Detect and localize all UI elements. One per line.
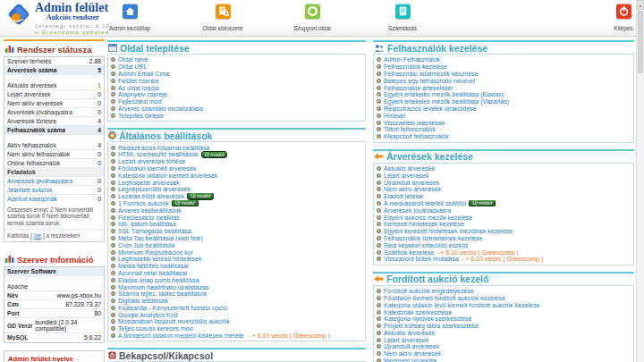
menu-item: Régi képeket eltávolító eszköz [377, 241, 631, 248]
menu-item-link[interactable]: Újraindult árverések [384, 180, 439, 186]
menu-item-link[interactable]: Tiltott felhasználók [384, 126, 436, 132]
nav-admin-home[interactable]: Admin kezdőlap [92, 4, 167, 31]
scrollbar[interactable]: ▲ [636, 0, 644, 362]
menu-item-link[interactable]: Eladott tételek [384, 193, 423, 199]
menu-item-link[interactable]: Megnyert projektek [384, 358, 437, 362]
menu-item-link[interactable]: Lezárás előtti árverések [118, 193, 184, 199]
menu-item-link[interactable]: Média feltöltés beállításai [118, 263, 189, 269]
menu-item-link[interactable]: Keresett hirdetések kezelése [384, 221, 464, 227]
menu-item-link[interactable]: A böngésző oldalon megjelő kisképek mére… [118, 333, 245, 339]
menu-item-link[interactable]: Kikapcsolt felhasználók [384, 133, 449, 139]
status-row[interactable]: Jelentett aukciók0 [4, 186, 104, 195]
menu-item-link[interactable]: Aktuális árverések [384, 330, 435, 336]
menu-item-link[interactable]: Nem aktív árverések [384, 186, 441, 192]
menu-item-link[interactable]: Az oldal logója [118, 85, 159, 91]
status-details-link[interactable]: ide [34, 232, 41, 239]
menu-item-link[interactable]: Árverések jóváhagyásra [384, 207, 451, 214]
version-suffix: - + 6.10 verzió ( Greencomp ) [436, 249, 519, 256]
menu-item-link[interactable]: Nem aktív árverések [384, 350, 441, 357]
menu-item-link[interactable]: Oldal neve [118, 56, 148, 63]
new-module-badge: Új modul [201, 151, 228, 158]
menu-item-link[interactable]: Projekt költség tábla szerkesztése [384, 323, 479, 329]
menu-item-link[interactable]: Eladás űrlap gomb beállítása [118, 277, 199, 283]
menu-item-link[interactable]: Belépés egy felhasználó nevével [384, 78, 475, 84]
nav-support[interactable]: Szupport oldal [275, 4, 350, 31]
menu-item-link[interactable]: Lejárt árverések [384, 337, 428, 343]
menu-item-link[interactable]: Regisztrációs folyamat beállítása [118, 145, 209, 151]
menu-item-link[interactable]: Admin Email Címe [118, 71, 170, 77]
menu-item: Alapnyelv cseréje [111, 91, 362, 98]
menu-item-link[interactable]: Felület cseréje [118, 78, 159, 84]
menu-item-link[interactable]: Egyéni értékelés mezők beállítása (Vásár… [384, 98, 509, 105]
menu-item-link[interactable]: Idő, dátum beállítása [118, 221, 176, 227]
bullet-icon [377, 215, 381, 220]
menu-item-link[interactable]: Fejlesztési mód [118, 98, 162, 105]
menu-item-link[interactable]: Régi képeket eltávolító eszköz [384, 242, 469, 248]
menu-item-link[interactable]: Regisztrációs levelek újraküldése [384, 105, 477, 112]
menu-item-link[interactable]: Mostanában listázott reverzibilis aukció… [118, 318, 230, 324]
menu-item-link[interactable]: Árverés számláló inicializálása [118, 105, 203, 112]
menu-item-link[interactable]: Árverés képbeállítások [118, 207, 182, 214]
menu-item-link[interactable]: Oldal URL [118, 63, 147, 70]
menu-item-link[interactable]: Szállítók kezelése [384, 249, 434, 256]
menu-item-link[interactable]: Egyéni keresett hirdetések mezőinek keze… [384, 228, 513, 234]
menu-item-link[interactable]: Visszaélési jelentések [384, 120, 445, 126]
menu-item-link[interactable]: Alapnyelv cseréje [118, 91, 167, 97]
menu-item-link[interactable]: SSL Támogatás beállítása [118, 228, 191, 234]
menu-item-link[interactable]: Azonnali vétel beállításai [118, 270, 187, 276]
menu-item-link[interactable]: Kategóriák szerkesztése [384, 309, 452, 316]
bullet-icon [111, 72, 115, 76]
menu-item-link[interactable]: Kategória oldalon lévő kiemelt fordított… [384, 302, 539, 308]
menu-item: Lezárás előtti árverésekÚj modul [111, 193, 362, 200]
status-row: Felhasználók száma4 [4, 126, 104, 135]
menu-item-link[interactable]: Hírlevél [384, 113, 405, 119]
menu-item-link[interactable]: Felhasználók értékelései [384, 85, 453, 91]
menu-item: Nem aktív árverések [377, 186, 631, 193]
menu-item-link[interactable]: Felhasználók üzeneteinek kezelése [384, 235, 483, 241]
menu-item-link[interactable]: Legnépszerűbb árverések [118, 186, 191, 192]
menu-item-link[interactable]: 1 Forintos aukciók [118, 200, 169, 206]
menu-item-link[interactable]: Kategória oldalon kiemelt árverések [118, 173, 217, 179]
menu-item-link[interactable]: Lejárt árverések [384, 173, 428, 179]
menu-item-link[interactable]: Legfrissebb árverések [118, 180, 180, 186]
menu-item: Eladott tételek [377, 193, 631, 200]
menu-item-link[interactable]: Egyéni aukciós mezők kezelése [384, 215, 472, 221]
menu-item-link[interactable]: Google Analytics Kód [118, 312, 178, 318]
section-title-text: Általános beállítások [119, 130, 212, 141]
menu-item-link[interactable]: Teljes szavas keresés mód [118, 325, 193, 332]
menu-item-link[interactable]: Meta Tag beállításai (web felé) [118, 235, 203, 241]
menu-item-link[interactable]: Kivásárlás - Kényszerített fizetési opci… [118, 305, 227, 311]
menu-item-link[interactable]: Cron Job beállítások [118, 242, 175, 248]
section-title-text: Oldal telepítése [120, 43, 190, 54]
menu-item-link[interactable]: Kategória nyelvek szerkesztése [384, 316, 471, 322]
scroll-up-arrow[interactable]: ▲ [637, 0, 644, 10]
menu-item-link[interactable]: Admin Felhasználók [384, 56, 440, 63]
nav-billing[interactable]: Számlázás [365, 4, 440, 31]
menu-item-link[interactable]: Újraindult árverések [384, 343, 439, 349]
menu-item-link[interactable]: Főoldalon kiemelt fordított aukciók keze… [384, 295, 505, 301]
nav-site-preview[interactable]: Oldal előnézete [185, 4, 260, 31]
menu-item-link[interactable]: Aktuális árverések [384, 165, 435, 172]
menu-item-link[interactable]: Digitális letöltések [118, 298, 168, 304]
menu-item-link[interactable]: Lezárt árverések törlése [118, 158, 185, 164]
menu-item-link[interactable]: HTML szerkesztő beállítások [118, 151, 199, 157]
bullet-icon [377, 338, 381, 342]
status-row[interactable]: Árverések jóváhagyásra0 [4, 177, 104, 186]
status-row[interactable]: Ajánlott kategóriák0 [4, 195, 104, 204]
menu-item-link[interactable]: Visszavont licitek mutatása [384, 256, 459, 262]
logo-icon [6, 2, 31, 29]
bullet-icon [111, 319, 115, 324]
scroll-thumb[interactable] [638, 11, 643, 73]
menu-item-link[interactable]: Főoldalon kiemelt árverések [118, 165, 197, 172]
menu-item-link[interactable]: Fizetőeszköz beállítás [118, 215, 180, 221]
menu-item-link[interactable]: Legfrissebb kereső hirdetések [118, 256, 201, 262]
menu-item-link[interactable]: Fordított aukciók engedélyezése [384, 288, 474, 294]
menu-item-link[interactable]: Maximum beállítható újralistázás [118, 284, 209, 290]
menu-item-link[interactable]: A megvásárolt tételek szállítói [384, 200, 466, 206]
menu-item-link[interactable]: Minimum Regisztrációs kor [118, 249, 193, 256]
menu-item-link[interactable]: Felhasználók kezelése [384, 63, 447, 70]
menu-item-link[interactable]: Telepítés törlése [118, 113, 164, 119]
menu-item-link[interactable]: Számla fejléc, lábléc beállítások [118, 290, 207, 297]
menu-item-link[interactable]: Felhasználó adatmezők készítése [384, 71, 478, 77]
menu-item-link[interactable]: Egyéni értékelés mezők beállítása (Eladá… [384, 91, 504, 97]
